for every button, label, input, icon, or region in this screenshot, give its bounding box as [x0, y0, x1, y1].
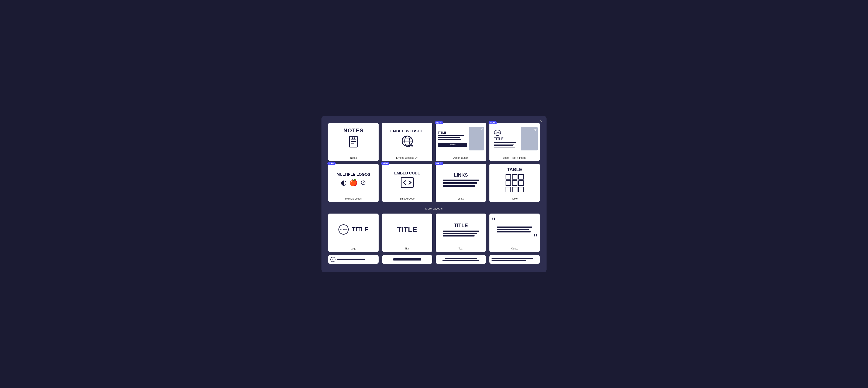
- card-embed-website-thumb: EMBED WEBSITE WWW: [382, 123, 432, 155]
- card-logo-layout[interactable]: LOGO TITLE Logo: [328, 213, 379, 252]
- notes-thumb-title: NOTES: [343, 127, 364, 134]
- logo-layout-title-text: TITLE: [352, 226, 369, 233]
- action-bar-3: [438, 139, 461, 140]
- layout-grid-row3: LOGO TITLE Logo TITLE Title TITLE: [328, 213, 540, 252]
- layout-grid-row1: NOTES Notes EMBED W: [328, 123, 540, 161]
- multi-logo-thumb-title: MULTIPLE LOGOS: [337, 172, 370, 177]
- new-badge-embed-code: NEW: [381, 162, 390, 165]
- card-multiple-logos-label: Multiple Logos: [328, 196, 379, 202]
- card-notes[interactable]: NOTES Notes: [328, 123, 379, 161]
- action-button-left: TITLE Action: [438, 131, 467, 147]
- card-embed-website[interactable]: EMBED WEBSITE WWW Embed Website Url: [382, 123, 432, 161]
- card-action-button-label: Action Button: [436, 155, 486, 161]
- text-bar-2: [443, 233, 477, 234]
- tc-8: [512, 187, 518, 192]
- lti-bar-4: [494, 147, 515, 147]
- lti-bar-3: [494, 145, 513, 146]
- quote-close-mark: ": [534, 233, 537, 243]
- card-embed-website-label: Embed Website Url: [382, 155, 432, 161]
- partial-bars-4: [492, 258, 538, 261]
- card-partial-3[interactable]: [436, 255, 486, 264]
- links-bar-1: [443, 180, 479, 181]
- links-thumb-title: LINKS: [454, 172, 468, 178]
- logo-circle-icon: LOGO: [338, 225, 349, 235]
- new-badge-logo-text-image: NEW: [489, 121, 497, 124]
- lti-image-placeholder: ⊕: [521, 127, 538, 150]
- new-badge-links: NEW: [435, 162, 443, 165]
- card-title-layout-thumb: TITLE: [382, 213, 432, 245]
- links-bars: [443, 180, 479, 187]
- card-embed-code-thumb: EMBED CODE: [382, 163, 432, 196]
- layout-grid-row4-partial: L: [328, 255, 540, 264]
- links-bar-2: [443, 182, 477, 184]
- card-title-layout-label: Title: [382, 245, 432, 252]
- quote-open-mark: ": [492, 216, 496, 226]
- tc-3: [518, 174, 524, 180]
- lti-logo-circle: LOGO: [494, 130, 501, 136]
- card-text-layout[interactable]: TITLE Text: [436, 213, 486, 252]
- layout-grid-row2: NEW MULTIPLE LOGOS ◐ 🍎 ⊙ Multiple Logos …: [328, 163, 540, 202]
- text-layout-bars: [443, 231, 479, 237]
- links-bar-3: [443, 185, 475, 187]
- apple-logo-icon: 🍎: [349, 178, 358, 186]
- tc-2: [512, 174, 518, 180]
- quote-bars: [497, 227, 532, 233]
- embed-code-icon: [401, 177, 414, 188]
- card-quote-layout-label: Quote: [489, 245, 540, 252]
- partial-logo-1: L: [330, 257, 336, 262]
- partial-bar-1: [337, 259, 365, 260]
- card-partial-1[interactable]: L: [328, 255, 379, 264]
- svg-text:WWW: WWW: [406, 145, 413, 148]
- card-multiple-logos[interactable]: NEW MULTIPLE LOGOS ◐ 🍎 ⊙ Multiple Logos: [328, 163, 379, 202]
- lti-text-bars: [494, 142, 516, 147]
- card-text-layout-thumb: TITLE: [436, 213, 486, 245]
- card-embed-code-label: Embed Code: [382, 196, 432, 202]
- card-partial-2[interactable]: [382, 255, 432, 264]
- modal-overlay[interactable]: × NOTES Notes: [0, 0, 868, 388]
- text-bar-3: [443, 235, 474, 237]
- text-bar-1: [443, 231, 479, 232]
- lti-bar-1: [494, 142, 516, 143]
- tc-1: [505, 174, 511, 180]
- partial-bar-4a: [492, 258, 533, 259]
- card-table-thumb: TABLE: [489, 163, 540, 196]
- more-layouts-heading: More Layouts: [328, 207, 540, 210]
- partial-bar-4b: [492, 260, 526, 261]
- tc-5: [512, 180, 518, 186]
- card-logo-text-image[interactable]: NEW LOGO TITLE ⊕: [489, 123, 540, 161]
- card-logo-text-image-thumb: LOGO TITLE ⊕: [489, 123, 540, 155]
- table-grid-icon: [505, 174, 524, 192]
- card-text-layout-label: Text: [436, 245, 486, 252]
- layout-picker-modal: × NOTES Notes: [321, 116, 547, 272]
- action-image-placeholder: ⊕: [469, 127, 484, 150]
- card-embed-code[interactable]: NEW EMBED CODE Embed Code: [382, 163, 432, 202]
- card-multiple-logos-thumb: MULTIPLE LOGOS ◐ 🍎 ⊙: [328, 163, 379, 196]
- lti-left-section: LOGO TITLE: [492, 128, 519, 149]
- card-links-label: Links: [436, 196, 486, 202]
- card-title-layout[interactable]: TITLE Title: [382, 213, 432, 252]
- close-button[interactable]: ×: [540, 119, 543, 124]
- quote-bar-2: [497, 229, 529, 230]
- card-table[interactable]: TABLE Table: [489, 163, 540, 202]
- card-links[interactable]: NEW LINKS Links: [436, 163, 486, 202]
- notes-document-icon: [348, 136, 359, 150]
- card-partial-4[interactable]: [489, 255, 540, 264]
- card-quote-layout[interactable]: " " Quote: [489, 213, 540, 252]
- table-thumb-title: TABLE: [507, 167, 522, 172]
- card-logo-text-image-label: Logo + Text + Image: [489, 155, 540, 161]
- title-layout-title-text: TITLE: [397, 225, 417, 234]
- quote-bar-3: [497, 231, 531, 233]
- card-quote-layout-thumb: " ": [489, 213, 540, 245]
- lti-bar-2: [494, 144, 514, 145]
- partial-bar-3b: [442, 260, 479, 261]
- svg-point-4: [352, 137, 355, 139]
- new-badge-action-button: NEW: [435, 121, 443, 124]
- new-badge-multiple-logos: NEW: [328, 162, 336, 165]
- text-layout-title-text: TITLE: [454, 222, 468, 229]
- quote-bar-1: [497, 227, 532, 228]
- lti-image-icon: ⊕: [534, 128, 537, 131]
- card-action-button[interactable]: NEW TITLE Action ⊕ Action Button: [436, 123, 486, 161]
- deck-logo-icon: ◐: [341, 178, 347, 186]
- card-links-thumb: LINKS: [436, 163, 486, 196]
- embed-website-thumb-title: EMBED WEBSITE: [390, 129, 424, 133]
